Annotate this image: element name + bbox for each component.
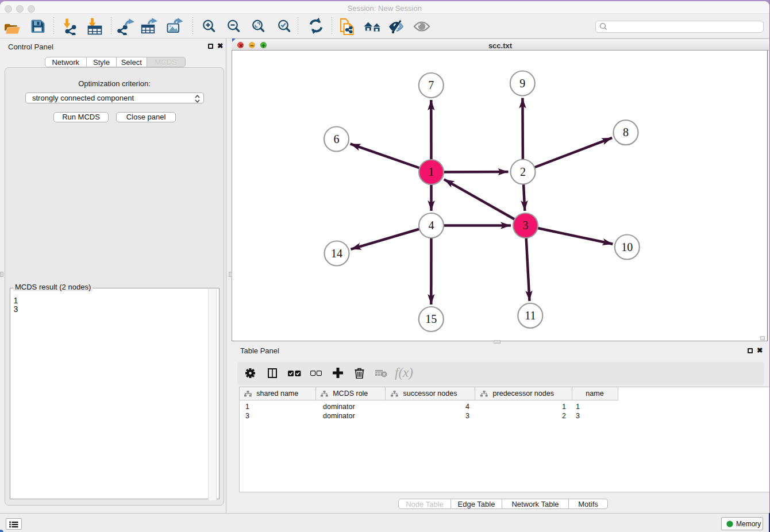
svg-text:14: 14	[331, 247, 342, 260]
svg-text:15: 15	[425, 313, 437, 325]
svg-text:2: 2	[520, 165, 526, 178]
svg-text:6: 6	[334, 133, 340, 145]
svg-text:11: 11	[525, 309, 536, 322]
svg-text:8: 8	[623, 126, 629, 138]
svg-text:9: 9	[519, 77, 525, 90]
svg-text:7: 7	[428, 79, 434, 91]
svg-text:10: 10	[621, 241, 633, 253]
svg-text:3: 3	[523, 219, 529, 232]
svg-text:4: 4	[429, 219, 434, 232]
svg-text:1: 1	[429, 165, 434, 178]
